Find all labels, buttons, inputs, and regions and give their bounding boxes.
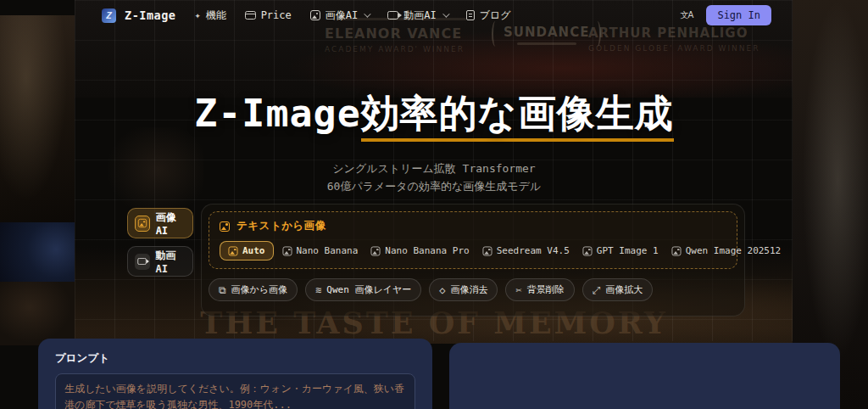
chevron-down-icon [442,10,449,17]
video-icon [387,11,398,20]
tools-row: ⧉ 画像から画像 ≋ Qwen 画像レイヤー ◇ 画像消去 ✂ 背景削除 ⤢ 画… [209,278,737,301]
model-chip-auto[interactable]: Auto [220,241,274,261]
translate-icon[interactable]: 文A [681,9,693,21]
nav-item-label: 画像AI [326,8,358,23]
model-label: Auto [242,245,265,256]
poster-subtitle: GOLDEN GLOBE' AWARD WINNER [588,44,760,53]
prompt-label: プロンプト [55,351,415,366]
image-icon [582,246,592,255]
image-icon [482,246,492,255]
image-icon [282,246,292,255]
title-ja: 効率的な画像生成 [361,91,674,142]
scissors-icon: ✂ [515,285,521,295]
generator-panel: テキストから画像 Auto Nano Banana Nano Banana Pr… [201,204,745,317]
model-label: Nano Banana Pro [385,245,469,256]
image-icon [671,246,681,255]
sidebar-item-label: 画像AI [156,210,186,237]
poster-subtitle: ACADEMY AWARD' WINNER [325,45,465,53]
page: ELEANOR VANCE ACADEMY AWARD' WINNER SUND… [0,0,868,409]
eraser-icon: ◇ [439,285,445,295]
sidebar-item-image-ai[interactable]: 画像AI [127,208,193,238]
nav-item-label: 機能 [206,8,226,23]
tool-label: 画像消去 [450,283,487,296]
subtitle-line-1: シングルストリーム拡散 Transformer [0,160,868,177]
nav-item-label: 動画AI [403,8,436,23]
image-icon [371,246,381,255]
model-label: Nano Banana [297,245,359,256]
model-chip-nano-banana[interactable]: Nano Banana [278,242,363,260]
bg-photo-globe [0,222,75,282]
tool-image-upscale[interactable]: ⤢ 画像拡大 [582,278,654,301]
tool-image-erase[interactable]: ◇ 画像消去 [429,278,498,301]
sidebar-item-label: 動画AI [156,249,186,275]
tool-label: Qwen 画像レイヤー [326,283,411,296]
layers-icon: ≋ [315,285,321,295]
festival-subline [517,42,576,45]
page-title: Z-Image効率的な画像生成 [0,88,868,139]
prompt-panel: プロンプト [38,339,432,409]
image-to-image-icon: ⧉ [219,285,226,295]
tool-image-to-image[interactable]: ⧉ 画像から画像 [209,278,298,301]
image-icon [135,216,150,232]
tab-text-to-image[interactable]: テキストから画像 [220,219,726,233]
model-label: GPT Image 1 [597,245,659,256]
title-en: Z-Image [194,91,361,136]
tool-label: 画像拡大 [605,283,643,296]
text-to-image-section: テキストから画像 Auto Nano Banana Nano Banana Pr… [209,211,737,269]
nav-right-group: 文A Sign In [681,5,771,25]
prompt-input[interactable] [55,373,415,409]
model-chip-qwen-image[interactable]: Qwen Image 202512 [667,242,786,260]
tab-label: テキストから画像 [236,219,326,233]
nav-item-features[interactable]: ✦ 機能 [194,8,225,23]
video-icon [135,254,150,270]
tool-label: 背景削除 [527,283,565,296]
result-panel [449,343,840,409]
image-icon [310,10,320,20]
nav-item-blog[interactable]: ブログ [466,8,511,23]
nav-left-group: Z Z-Image ✦ 機能 Price 画像AI 動画AI [102,8,511,23]
sparkle-icon: ✦ [194,10,200,20]
model-chip-gpt-image[interactable]: GPT Image 1 [578,242,663,260]
logo-icon: Z [102,8,116,23]
nav-item-label: Price [261,9,292,21]
nav-item-video-ai[interactable]: 動画AI [387,8,447,23]
model-label: Seedream V4.5 [497,245,570,256]
model-chip-seedream[interactable]: Seedream V4.5 [478,242,574,260]
hero-subtitle: シングルストリーム拡散 Transformer 60億パラメータの効率的な画像生… [0,160,868,195]
nav-item-price[interactable]: Price [245,9,292,21]
tool-background-remove[interactable]: ✂ 背景削除 [505,278,574,301]
model-label: Qwen Image 202512 [686,245,782,256]
tool-label: 画像から画像 [231,283,288,296]
image-icon [220,221,230,232]
tool-image-layers[interactable]: ≋ Qwen 画像レイヤー [305,278,421,301]
image-icon [228,246,237,255]
top-nav: Z Z-Image ✦ 機能 Price 画像AI 動画AI [0,0,868,31]
expand-arrows-icon: ⤢ [593,285,601,295]
model-selector-row: Auto Nano Banana Nano Banana Pro Seedrea… [220,241,726,261]
logo[interactable]: Z Z-Image [102,8,175,23]
document-icon [466,10,475,20]
nav-item-image-ai[interactable]: 画像AI [310,8,369,23]
sidebar-item-video-ai[interactable]: 動画AI [127,246,193,277]
sign-in-button[interactable]: Sign In [706,5,771,25]
nav-item-label: ブログ [480,8,511,23]
chevron-down-icon [364,10,370,17]
logo-text: Z-Image [125,8,175,22]
model-chip-nano-banana-pro[interactable]: Nano Banana Pro [366,242,473,260]
pricing-card-icon [245,11,256,20]
subtitle-line-2: 60億パラメータの効率的な画像生成モデル [0,177,868,195]
